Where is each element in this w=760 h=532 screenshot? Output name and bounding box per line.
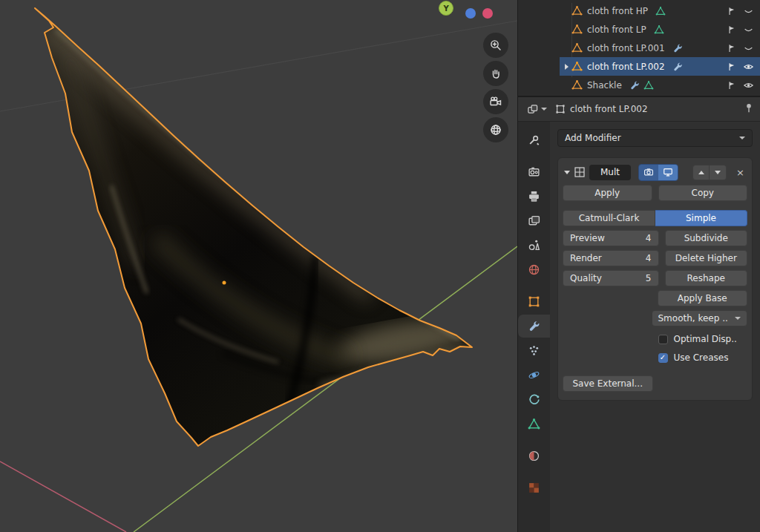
mesh-object-icon bbox=[571, 61, 583, 73]
tab-particles[interactable] bbox=[518, 339, 550, 362]
tab-tool[interactable] bbox=[518, 128, 550, 151]
zoom-icon bbox=[489, 39, 502, 52]
render-visibility-toggle[interactable] bbox=[639, 165, 658, 180]
particles-icon bbox=[528, 344, 540, 357]
visibility-toggle-group bbox=[638, 164, 678, 181]
restrict-select-icon[interactable] bbox=[727, 43, 736, 53]
viewport-visibility-toggle[interactable] bbox=[658, 165, 678, 180]
reshape-button[interactable]: Reshape bbox=[665, 270, 748, 286]
gizmo-z-axis[interactable] bbox=[465, 8, 476, 19]
modifier-move-buttons bbox=[692, 165, 727, 180]
quality-value: 5 bbox=[646, 273, 652, 283]
mesh-object-icon bbox=[571, 24, 583, 36]
outliner-row-cloth-front-lp[interactable]: cloth front LP bbox=[518, 20, 760, 39]
tab-world[interactable] bbox=[518, 258, 550, 281]
modifier-properties: Add Modifier Mult bbox=[550, 122, 760, 532]
tab-output[interactable] bbox=[518, 185, 550, 208]
camera-icon bbox=[489, 95, 502, 108]
tab-view-layer[interactable] bbox=[518, 209, 550, 232]
uv-smooth-dropdown[interactable]: Smooth, keep .. bbox=[652, 310, 748, 326]
eye-closed-icon[interactable] bbox=[743, 24, 754, 35]
tab-render[interactable] bbox=[518, 160, 550, 183]
restrict-select-icon[interactable] bbox=[727, 80, 736, 91]
add-modifier-dropdown[interactable]: Add Modifier bbox=[557, 129, 753, 147]
cloth-object[interactable] bbox=[35, 8, 474, 446]
apply-button[interactable]: Apply bbox=[563, 185, 652, 201]
panel-expand-icon[interactable] bbox=[564, 171, 570, 174]
save-external-button[interactable]: Save External... bbox=[563, 375, 653, 392]
copy-button[interactable]: Copy bbox=[658, 185, 748, 201]
move-down-button[interactable] bbox=[710, 165, 727, 180]
render-level-field[interactable]: Render 4 bbox=[563, 250, 659, 266]
apply-base-button[interactable]: Apply Base bbox=[658, 290, 748, 306]
subdivision-type-segment: Catmull-Clark Simple bbox=[563, 210, 747, 226]
eye-open-icon[interactable] bbox=[743, 80, 754, 91]
use-creases-label: Use Creases bbox=[674, 352, 729, 363]
tab-constraints[interactable] bbox=[518, 388, 550, 411]
subdivide-button[interactable]: Subdivide bbox=[665, 230, 748, 246]
simple-option[interactable]: Simple bbox=[655, 210, 747, 226]
quality-field[interactable]: Quality 5 bbox=[563, 270, 659, 286]
pin-button[interactable] bbox=[744, 102, 754, 116]
preview-level-field[interactable]: Preview 4 bbox=[563, 230, 659, 246]
use-creases-checkbox[interactable]: ✓ Use Creases bbox=[658, 349, 748, 367]
tab-physics[interactable] bbox=[518, 364, 550, 387]
restrict-select-icon[interactable] bbox=[727, 62, 736, 72]
render-label: Render bbox=[570, 253, 602, 263]
outliner-row-shackle[interactable]: Shackle bbox=[518, 76, 760, 94]
eye-closed-icon[interactable] bbox=[743, 43, 754, 53]
tab-texture[interactable] bbox=[518, 476, 550, 499]
restrict-select-icon[interactable] bbox=[727, 24, 736, 35]
breadcrumb: cloth front LP.002 bbox=[555, 104, 648, 114]
catmull-clark-option[interactable]: Catmull-Clark bbox=[563, 210, 655, 226]
restrict-select-icon[interactable] bbox=[727, 6, 736, 16]
mesh-data-icon bbox=[528, 418, 540, 430]
disclosure-icon bbox=[565, 64, 569, 70]
right-panel: cloth front HP cloth front LP bbox=[517, 0, 760, 532]
gizmo-y-axis[interactable]: Y bbox=[439, 1, 453, 16]
modifier-wrench-icon bbox=[672, 43, 683, 53]
tab-modifiers[interactable] bbox=[518, 315, 550, 338]
optimal-display-checkbox[interactable]: Optimal Disp.. bbox=[658, 330, 748, 348]
outliner: cloth front HP cloth front LP bbox=[518, 0, 760, 97]
eye-closed-icon[interactable] bbox=[743, 6, 754, 16]
camera-view-button[interactable] bbox=[483, 89, 508, 114]
tab-object[interactable] bbox=[518, 290, 550, 313]
hand-icon bbox=[489, 67, 502, 80]
mesh-data-icon bbox=[655, 6, 666, 16]
modifier-panel-header: Mult bbox=[563, 162, 747, 182]
modifier-wrench-icon bbox=[672, 62, 683, 72]
move-view-button[interactable] bbox=[483, 61, 508, 86]
preview-label: Preview bbox=[570, 233, 605, 243]
outliner-row-cloth-front-lp-002[interactable]: cloth front LP.002 bbox=[518, 57, 760, 76]
scene-icon bbox=[528, 239, 540, 252]
camera-icon bbox=[643, 167, 654, 177]
remove-modifier-button[interactable]: × bbox=[735, 167, 746, 178]
toggle-ortho-button[interactable] bbox=[483, 117, 508, 142]
outliner-row-cloth-front-lp-001[interactable]: cloth front LP.001 bbox=[518, 39, 760, 57]
modifier-name-field[interactable]: Mult bbox=[589, 165, 631, 180]
eye-open-icon[interactable] bbox=[743, 62, 754, 72]
grid-sphere-icon bbox=[489, 123, 502, 137]
move-up-button[interactable] bbox=[692, 165, 710, 180]
outliner-row-cloth-front-hp[interactable]: cloth front HP bbox=[518, 1, 760, 20]
texture-checker-icon bbox=[528, 482, 540, 494]
3d-viewport[interactable]: Y bbox=[0, 0, 517, 532]
tab-scene[interactable] bbox=[518, 234, 550, 257]
modifier-wrench-icon bbox=[629, 80, 640, 91]
object-name: Shackle bbox=[587, 80, 622, 91]
editor-type-dropdown[interactable] bbox=[524, 102, 550, 117]
delete-higher-button[interactable]: Delete Higher bbox=[665, 250, 748, 266]
tool-icon bbox=[528, 134, 540, 146]
gizmo-x-axis[interactable] bbox=[482, 8, 493, 19]
tab-material[interactable] bbox=[518, 444, 550, 467]
add-modifier-label: Add Modifier bbox=[565, 133, 621, 143]
properties-tab-strip bbox=[518, 122, 550, 532]
mesh-object-icon bbox=[571, 42, 583, 54]
object-icon bbox=[555, 104, 566, 114]
multires-icon bbox=[574, 166, 586, 178]
object-name: cloth front LP.001 bbox=[587, 43, 665, 53]
zoom-button[interactable] bbox=[483, 33, 508, 58]
properties-editor-icon bbox=[527, 104, 538, 115]
tab-object-data[interactable] bbox=[518, 413, 550, 436]
